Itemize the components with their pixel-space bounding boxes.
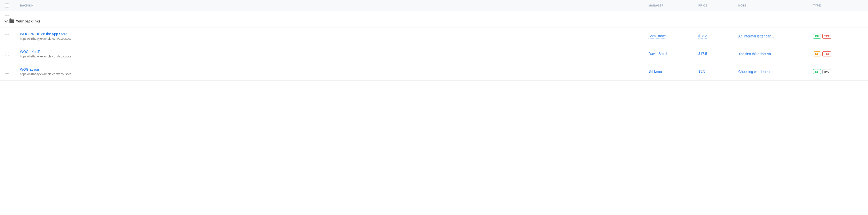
manager-cell[interactable]: Bill Louis: [649, 70, 699, 74]
note-cell[interactable]: An informal letter can...: [738, 34, 813, 38]
backlink-header: BACKINK: [20, 3, 649, 7]
group-label: Your backlinks: [5, 19, 863, 23]
table-body: WOG PRIDE on the App Storehttps://birthd…: [0, 27, 868, 81]
price-cell[interactable]: $23.3: [699, 34, 738, 38]
backlinks-table: BACKINK MANAGER PRICE NOTE TYPE Your bac…: [0, 0, 868, 215]
backlink-title[interactable]: WOG action: [20, 68, 649, 72]
manager-cell[interactable]: David Small: [649, 52, 699, 56]
backlink-cell: WOG actionhttps://birthday.example.com/a…: [20, 68, 649, 76]
badge-img[interactable]: IMG: [823, 69, 832, 74]
note-header: NOTE: [738, 3, 813, 7]
price-cell[interactable]: $17.5: [699, 52, 738, 56]
type-cell: DFIMG: [813, 69, 863, 74]
backlink-title[interactable]: WOG - YouTube: [20, 50, 649, 54]
backlink-cell: WOG PRIDE on the App Storehttps://birthd…: [20, 32, 649, 41]
group-name: Your backlinks: [16, 19, 41, 23]
table-row: WOG actionhttps://birthday.example.com/a…: [0, 63, 868, 81]
price-header: PRICE: [699, 3, 738, 7]
badge-nf[interactable]: NF: [813, 51, 821, 56]
backlink-title[interactable]: WOG PRIDE on the App Store: [20, 32, 649, 36]
note-cell[interactable]: Choosing whether or ...: [738, 70, 813, 74]
manager-header: MANAGER: [649, 3, 699, 7]
badge-txt[interactable]: TXT: [823, 34, 832, 39]
group-checkbox-cell: [5, 15, 20, 19]
backlink-url: https://birthday.example.com/acoustics: [20, 55, 649, 58]
row-checkbox-cell: [5, 34, 20, 38]
badge-df[interactable]: DF: [813, 69, 821, 74]
backlink-cell: WOG - YouTubehttps://birthday.example.co…: [20, 50, 649, 58]
backlink-url: https://birthday.example.com/acoustics: [20, 37, 649, 41]
type-header: TYPE: [813, 3, 863, 7]
group-expand-button[interactable]: [5, 21, 7, 22]
table-row: WOG PRIDE on the App Storehttps://birthd…: [0, 27, 868, 45]
row-checkbox-2[interactable]: [5, 70, 9, 74]
badge-txt[interactable]: TXT: [823, 51, 832, 56]
select-all-checkbox[interactable]: [5, 3, 9, 7]
note-cell[interactable]: The first thing that yo...: [738, 52, 813, 56]
row-checkbox-cell: [5, 52, 20, 56]
manager-cell[interactable]: Sam Brown: [649, 34, 699, 38]
row-checkbox-1[interactable]: [5, 52, 9, 56]
chevron-down-icon: [4, 19, 8, 23]
table-row: WOG - YouTubehttps://birthday.example.co…: [0, 45, 868, 63]
type-cell: NFTXT: [813, 51, 863, 56]
price-cell[interactable]: $5.5: [699, 70, 738, 74]
folder-icon: [9, 20, 14, 23]
type-cell: DFTXT: [813, 34, 863, 39]
badge-df[interactable]: DF: [813, 34, 821, 39]
row-checkbox-cell: [5, 70, 20, 74]
backlink-url: https://birthday.example.com/acoustics: [20, 73, 649, 76]
group-checkbox[interactable]: [5, 15, 9, 19]
header-checkbox-cell: [5, 3, 20, 7]
row-checkbox-0[interactable]: [5, 34, 9, 38]
table-header: BACKINK MANAGER PRICE NOTE TYPE: [0, 0, 868, 11]
group-row: Your backlinks: [0, 11, 868, 27]
